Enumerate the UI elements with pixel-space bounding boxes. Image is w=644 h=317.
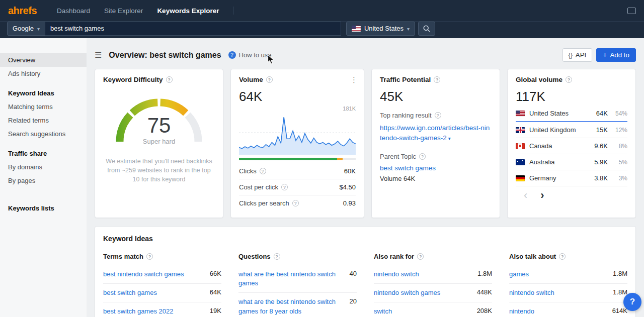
sidebar-item-related-terms[interactable]: Related terms xyxy=(0,114,87,127)
keyword-volume: 208K xyxy=(477,307,492,314)
parent-topic-volume: Volume 64K xyxy=(380,175,492,182)
help-icon[interactable] xyxy=(559,253,566,260)
help-icon[interactable] xyxy=(260,168,266,174)
nav-dashboard[interactable]: Dashboard xyxy=(57,7,90,15)
keyword-ideas-card: Keyword Ideas Terms match best nintendo … xyxy=(95,226,636,317)
help-icon[interactable] xyxy=(417,253,424,260)
sidebar-item-by-domains[interactable]: By domains xyxy=(0,160,87,174)
list-item: nintendo switch 1.8M xyxy=(374,265,492,283)
sidebar-item-matching-terms[interactable]: Matching terms xyxy=(0,100,87,114)
also-talk-about-title: Also talk about xyxy=(509,253,556,260)
main-nav: Dashboard Site Explorer Keywords Explore… xyxy=(57,7,219,15)
traffic-potential-card: Traffic Potential 45K Top ranking result… xyxy=(371,69,500,218)
terms-match-column: Terms match best nintendo switch games 6… xyxy=(103,250,221,317)
parent-topic-link[interactable]: best switch games xyxy=(380,164,436,172)
keyword-query-input[interactable] xyxy=(45,22,341,36)
more-options-icon[interactable] xyxy=(350,75,358,84)
display-icon[interactable] xyxy=(627,8,636,14)
keyword-link[interactable]: nintendo switch games xyxy=(374,289,440,296)
keyword-volume: 19K xyxy=(210,307,221,314)
nav-site-explorer[interactable]: Site Explorer xyxy=(104,7,143,15)
keyword-volume: 20 xyxy=(350,297,357,305)
organic-clicks-segment xyxy=(239,158,337,160)
chevron-down-icon[interactable] xyxy=(447,134,451,142)
keyword-link[interactable]: nintendo xyxy=(509,307,534,315)
how-to-use-label: How to use xyxy=(239,51,272,59)
us-flag-icon xyxy=(516,111,525,117)
sidebar-item-search-suggestions[interactable]: Search suggestions xyxy=(0,127,87,141)
keyword-link[interactable]: what are the best nintendo switch games xyxy=(238,270,336,287)
list-item: best nintendo switch games 66K xyxy=(103,265,221,283)
sidebar: Overview Ads history Keyword Ideas Match… xyxy=(0,38,87,317)
sidebar-item-ads-history[interactable]: Ads history xyxy=(0,67,87,80)
keyword-link[interactable]: nintendo switch xyxy=(374,270,419,278)
keyword-volume: 448K xyxy=(477,288,492,296)
country-row: United States 64K 54% xyxy=(516,105,627,122)
help-icon[interactable] xyxy=(292,200,299,206)
list-item: what are the best nintendo switch games … xyxy=(238,292,357,317)
help-icon[interactable] xyxy=(566,76,572,83)
help-icon[interactable] xyxy=(266,76,273,83)
search-button[interactable] xyxy=(418,22,435,36)
keyword-link[interactable]: best switch games xyxy=(103,289,157,296)
list-item: best switch games 2022 19K xyxy=(103,302,221,317)
help-fab-button[interactable] xyxy=(623,293,641,311)
add-to-button[interactable]: Add to xyxy=(596,48,636,62)
parent-topic-row: Parent Topic xyxy=(380,153,492,160)
search-engine-selector[interactable]: Google xyxy=(7,22,45,36)
volume-metrics: Clicks 60K Cost per click $4.50 Clicks p… xyxy=(239,163,356,211)
clicks-per-search-value: 0.93 xyxy=(343,199,356,207)
parent-topic-label: Parent Topic xyxy=(380,153,416,160)
help-icon[interactable] xyxy=(281,184,288,190)
help-icon[interactable] xyxy=(434,76,440,83)
previous-page-icon[interactable] xyxy=(524,191,527,201)
canada-flag-icon xyxy=(516,143,525,149)
keyword-link[interactable]: best switch games 2022 xyxy=(103,307,173,315)
sidebar-item-overview[interactable]: Overview xyxy=(0,53,87,67)
help-icon[interactable] xyxy=(419,153,426,160)
country-selector[interactable]: United States xyxy=(346,22,415,36)
result-url-link[interactable]: https://www.ign.com/articles/best-ninten… xyxy=(380,124,490,142)
list-item: best switch games 64K xyxy=(103,283,221,302)
volume-value: 64K xyxy=(239,89,356,104)
keyword-difficulty-title: Keyword Difficulty xyxy=(103,76,163,83)
keyword-link[interactable]: switch xyxy=(374,307,392,315)
help-icon[interactable] xyxy=(146,253,153,260)
country-percent: 12% xyxy=(612,127,627,134)
help-icon[interactable] xyxy=(435,112,441,119)
api-button[interactable]: API xyxy=(562,48,593,62)
clicks-per-search-label: Clicks per search xyxy=(239,199,289,207)
chevron-down-icon xyxy=(407,25,410,32)
keyword-search-bar: Google United States xyxy=(0,21,644,38)
keyword-volume: 1.8M xyxy=(477,270,492,277)
sidebar-item-by-pages[interactable]: By pages xyxy=(0,174,87,187)
country-volume: 9.6K xyxy=(594,142,608,150)
sidebar-header-keyword-ideas: Keyword Ideas xyxy=(0,89,87,97)
keyword-volume: 66K xyxy=(210,270,221,277)
keyword-link[interactable]: best nintendo switch games xyxy=(103,270,184,278)
keyword-link[interactable]: what are the best nintendo switch games … xyxy=(238,298,336,314)
country-name: Australia xyxy=(529,158,555,166)
list-item: nintendo switch 1.8M xyxy=(509,283,627,302)
keyword-volume: 40 xyxy=(350,270,357,277)
page-title: Overview: best switch games xyxy=(109,51,221,60)
how-to-use-link[interactable]: How to use xyxy=(228,51,272,59)
keyword-link[interactable]: games xyxy=(509,270,529,278)
list-item: games 1.8M xyxy=(509,265,627,283)
help-icon[interactable] xyxy=(166,76,173,83)
paid-clicks-segment xyxy=(337,158,343,160)
keyword-link[interactable]: nintendo switch xyxy=(509,289,554,296)
country-row: Canada 9.6K 8% xyxy=(516,138,627,154)
next-page-icon[interactable] xyxy=(540,191,544,201)
global-volume-value: 117K xyxy=(516,89,627,104)
metric-row-clicks: Clicks 60K xyxy=(239,163,356,179)
country-name: Canada xyxy=(529,142,552,150)
menu-toggle-icon[interactable] xyxy=(95,50,102,60)
ahrefs-logo[interactable]: ahrefs xyxy=(8,5,37,17)
clicks-label: Clicks xyxy=(239,167,257,175)
nav-keywords-explorer[interactable]: Keywords Explorer xyxy=(157,7,219,15)
terms-match-title: Terms match xyxy=(103,253,143,260)
help-icon[interactable] xyxy=(274,253,280,260)
country-row: Germany 3.8K 3% xyxy=(516,170,627,186)
braces-icon xyxy=(569,51,573,59)
